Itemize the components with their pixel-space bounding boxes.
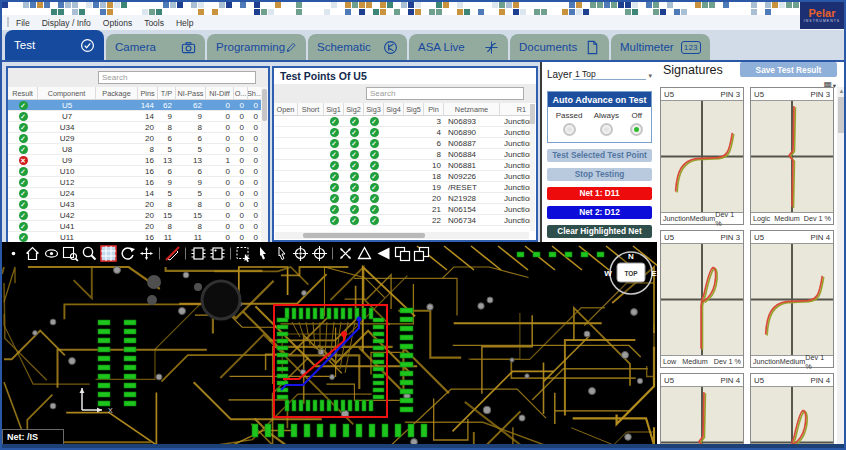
tab-asa-live[interactable]: ASA Live — [409, 34, 508, 60]
zoom-window-icon[interactable] — [61, 243, 80, 264]
scope-grid: U5 PIN 3 Junction Medium Dev 1 % U5 PIN … — [660, 87, 836, 448]
tab-documents[interactable]: Documents — [510, 34, 609, 60]
component-row[interactable]: ✓ U43 20 8 8 0 0 0 0 — [8, 199, 268, 210]
testpoint-row[interactable]: ✓ ✓ ✓ 3 N06893 Junction Medium — [274, 116, 530, 127]
col-o: O... — [234, 87, 248, 99]
component-row[interactable]: ✓ U8 8 5 5 0 0 0 0 — [8, 144, 268, 155]
home-icon[interactable] — [23, 243, 42, 264]
testpoint-row[interactable]: ✓ ✓ ✓ 8 N06884 Junction Medium — [274, 149, 530, 160]
clear-highlighted-net-button[interactable]: Clear Highlighted Net — [547, 225, 652, 238]
component-row[interactable]: ✓ U10 16 6 6 0 0 0 0 — [8, 166, 268, 177]
scrollbar-thumb[interactable] — [530, 104, 535, 124]
compass-top-button[interactable]: TOP — [617, 263, 645, 282]
col-nipass: NI-Pass — [176, 87, 206, 99]
eye-icon[interactable] — [42, 243, 61, 264]
scope-pin: PIN 3 — [721, 90, 741, 99]
components-search-input[interactable] — [98, 71, 256, 84]
chevron-down-icon[interactable]: ▾ — [648, 72, 652, 80]
net1-button[interactable]: Net 1: D11 — [547, 187, 652, 200]
pcb-viewer[interactable]: NWETOPX Net: /IS — [2, 242, 657, 448]
component-row[interactable]: ✕ U9 16 13 13 1 0 0 0 — [8, 155, 268, 166]
component-row[interactable]: ✓ U24 14 5 5 0 0 0 0 — [8, 188, 268, 199]
testpoint-row[interactable]: ✓ ✓ ✓ 20 N21928 Junction Medium — [274, 193, 530, 204]
radio-button-icon[interactable] — [630, 123, 643, 136]
col-component: Component — [38, 87, 96, 99]
stop-testing-button[interactable]: Stop Testing — [547, 168, 652, 181]
triangle-up-icon[interactable] — [355, 243, 374, 264]
scope-display — [661, 101, 743, 212]
radio-passed[interactable]: Passed — [556, 111, 583, 136]
testpoint-row[interactable]: ✓ ✓ ✓ 19 /RESET Junction Medium — [274, 182, 530, 193]
component-row[interactable]: ✓ U7 14 9 9 0 0 0 0 — [8, 111, 268, 122]
signature-scope: U5 PIN 3 Junction Medium Dev 1 % — [660, 87, 744, 225]
fit-icon[interactable] — [137, 243, 156, 264]
menu-display-info[interactable]: Display / Info — [42, 18, 91, 28]
component-row[interactable]: ✓ U5 144 62 62 0 0 0 0 — [8, 100, 268, 111]
component-row[interactable]: ✓ U29 20 6 6 0 0 0 0 — [8, 133, 268, 144]
scope-footer: Low Medium Dev 1 % — [661, 355, 743, 367]
pan-icon[interactable] — [336, 243, 355, 264]
net2-button[interactable]: Net 2: D12 — [547, 206, 652, 219]
signatures-panel: Signatures Save Test Result ▦▾ U5 PIN 3 … — [657, 62, 846, 448]
testpoint-row[interactable]: ✓ ✓ ✓ 18 N09226 Junction Medium — [274, 171, 530, 182]
testpoints-vscrollbar[interactable] — [530, 104, 535, 231]
layer-select[interactable]: 1 Top — [573, 69, 646, 80]
no-draw-icon[interactable] — [163, 243, 182, 264]
menu-help[interactable]: Help — [176, 18, 193, 28]
radio-button-icon[interactable] — [563, 123, 576, 136]
rotate-icon[interactable] — [118, 243, 137, 264]
controls-panel: Layer 1 Top ▾ Auto Advance on Test Passe… — [540, 62, 657, 242]
save-test-result-button[interactable]: Save Test Result — [740, 62, 837, 77]
testpoint-row[interactable]: ✓ ✓ ✓ 4 N06890 Junction Medium — [274, 127, 530, 138]
scroll-up-icon[interactable]: ▲ — [837, 87, 846, 96]
components-scrollbar[interactable] — [261, 87, 268, 242]
logo-title: Pelar — [809, 8, 836, 19]
curve-trace-icon — [484, 40, 499, 55]
tab-schematic[interactable]: Schematic — [308, 34, 407, 60]
radio-button-icon[interactable] — [600, 123, 613, 136]
zoom-icon[interactable] — [80, 243, 99, 264]
testpoints-hscrollbar[interactable] — [275, 232, 529, 239]
copy-top-icon[interactable] — [393, 243, 412, 264]
triangle-left-icon[interactable] — [374, 243, 393, 264]
menu-file[interactable]: File — [16, 18, 30, 28]
cursor-icon[interactable] — [253, 243, 272, 264]
tab-programming[interactable]: Programming — [207, 34, 306, 60]
pcb-canvas[interactable]: NWETOPX — [2, 242, 657, 448]
scrollbar-thumb[interactable] — [262, 89, 267, 121]
target-alt-icon[interactable] — [310, 243, 329, 264]
scrollbar-thumb[interactable] — [303, 233, 425, 238]
cursor-alt-icon[interactable] — [272, 243, 291, 264]
testpoint-row[interactable]: ✓ ✓ ✓ 10 N06881 Junction Medium — [274, 160, 530, 171]
auto-advance-radios: Passed Always Off — [548, 107, 651, 142]
copy-bottom-icon[interactable] — [412, 243, 431, 264]
component-row[interactable]: ✓ U42 20 15 15 0 0 0 0 — [8, 210, 268, 221]
radio-off[interactable]: Off — [630, 111, 643, 136]
component-row[interactable]: ✓ U41 20 8 8 0 0 0 0 — [8, 221, 268, 232]
scrollbar-thumb[interactable] — [838, 97, 845, 133]
grid-icon[interactable] — [99, 243, 118, 264]
component-row[interactable]: ✓ U34 20 8 8 0 0 0 0 — [8, 122, 268, 133]
scope-pin: PIN 3 — [811, 90, 831, 99]
component-top-icon[interactable] — [189, 243, 208, 264]
component-row[interactable]: ✓ U12 16 9 9 0 0 0 0 — [8, 177, 268, 188]
test-selected-test-point-button[interactable]: Test Selected Test Point — [547, 149, 652, 162]
target-icon[interactable] — [291, 243, 310, 264]
component-bottom-icon[interactable] — [208, 243, 227, 264]
tab-camera[interactable]: Camera — [106, 34, 205, 60]
testpoints-search-input[interactable] — [366, 87, 524, 100]
svg-text:W: W — [604, 269, 612, 278]
signatures-scrollbar[interactable]: ▲ — [837, 87, 846, 448]
radio-always[interactable]: Always — [594, 111, 619, 136]
dot-icon[interactable] — [4, 243, 23, 264]
testpoint-row[interactable]: ✓ ✓ ✓ 6 N06887 Junction Medium — [274, 138, 530, 149]
tab-multimeter[interactable]: Multimeter 123 — [611, 34, 710, 60]
menu-tools[interactable]: Tools — [144, 18, 164, 28]
menu-options[interactable]: Options — [103, 18, 132, 28]
logo-subtitle: instruments — [804, 20, 840, 24]
testpoint-row[interactable]: ✓ ✓ ✓ 22 N06734 Junction Medium — [274, 215, 530, 226]
testpoint-row[interactable]: ✓ ✓ ✓ 21 N06154 Junction Medium — [274, 204, 530, 215]
tab-test[interactable]: Test — [5, 30, 104, 60]
col-r1: R1 — [500, 103, 530, 115]
select-area-icon[interactable] — [234, 243, 253, 264]
